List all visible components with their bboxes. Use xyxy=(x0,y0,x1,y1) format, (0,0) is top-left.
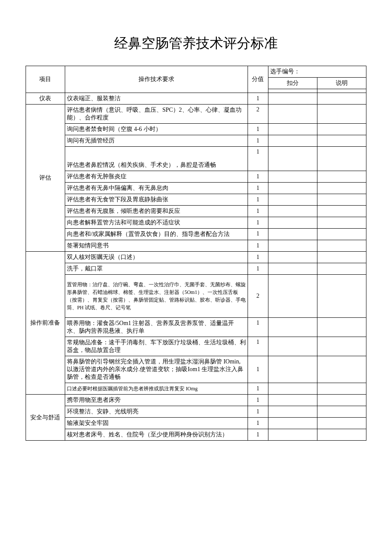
score-cell: 1 xyxy=(248,183,268,194)
note-cell xyxy=(317,240,366,252)
requirement-cell: 评估患者有无食管下段及胃底静脉曲张 xyxy=(65,194,248,206)
deduct-cell xyxy=(268,105,317,124)
score-cell: 1 xyxy=(248,206,268,217)
table-row: 询问患者禁食时间（空腹 4-6 小时） 1 xyxy=(26,124,366,135)
table-row: 核对患者床号、姓名、住院号（至少使用两种身份识别方法） 1 xyxy=(26,429,366,441)
table-row: 操作前准备 双人核对医嘱无误（口述） 1 xyxy=(26,252,366,263)
deduct-cell xyxy=(268,93,317,105)
table-row: 洗手，戴口罩 1 xyxy=(26,263,366,275)
deduct-cell xyxy=(268,429,317,441)
score-cell: 1 xyxy=(248,252,268,263)
note-cell xyxy=(317,229,366,240)
requirement-cell: 评估患者有无肿胀炎症 xyxy=(65,171,248,183)
requirement-cell: 置管用物：治疗盘、治疗碗、弯盘、一次性治疗巾、无菌手套、无菌纱布、螺旋形鼻肠管、… xyxy=(65,275,248,318)
deduct-cell xyxy=(268,147,317,171)
requirement-cell: 双人核对医嘱无误（口述） xyxy=(65,252,248,263)
score-cell: 1 xyxy=(248,229,268,240)
note-cell xyxy=(317,183,366,194)
score-cell: 1 xyxy=(248,135,268,147)
table-row: 将鼻肠管的引导钢丝完全插入管道，用生理盐水湿润鼻肠管 IOmin,以激活管道内外… xyxy=(26,356,366,383)
note-cell xyxy=(317,318,366,337)
table-row: 环境整洁、安静、光线明亮 1 xyxy=(26,406,366,418)
score-cell: 1 xyxy=(248,171,268,183)
header-score: 分值 xyxy=(248,66,268,93)
requirement-cell: 核对患者床号、姓名、住院号（至少使用两种身份识别方法） xyxy=(65,429,248,441)
score-cell: 1 xyxy=(248,124,268,135)
note-cell xyxy=(317,194,366,206)
note-cell xyxy=(317,252,366,263)
note-cell xyxy=(317,395,366,406)
note-cell xyxy=(317,135,366,147)
requirement-cell: 评估患者有无鼻中隔偏离、有无鼻息肉 xyxy=(65,183,248,194)
deduct-cell xyxy=(268,194,317,206)
requirement-cell: 将鼻肠管的引导钢丝完全插入管道，用生理盐水湿润鼻肠管 IOmin,以激活管道内外… xyxy=(65,356,248,383)
deduct-cell xyxy=(268,275,317,318)
note-cell xyxy=(317,429,366,441)
requirement-cell: 评估患者鼻腔情况（相关疾病、手术史），鼻腔是否通畅 xyxy=(65,147,248,171)
score-cell: 1 xyxy=(248,406,268,418)
header-note: 说明 xyxy=(317,78,366,89)
category-assessment: 评估 xyxy=(26,105,65,252)
requirement-cell: 洗手，戴口罩 xyxy=(65,263,248,275)
table-row: 评估患者有无食管下段及胃底静脉曲张 1 xyxy=(26,194,366,206)
deduct-cell xyxy=(268,124,317,135)
requirement-cell: 询问有无插管经历 xyxy=(65,135,248,147)
blank-cell xyxy=(268,89,317,93)
note-cell xyxy=(317,147,366,171)
score-cell: 1 xyxy=(248,356,268,383)
page-title: 经鼻空肠管养技术评分标准 xyxy=(26,34,366,53)
contestant-number-label: 选手编号： xyxy=(268,66,366,78)
note-cell xyxy=(317,124,366,135)
table-row: 询问有无插管经历 1 xyxy=(26,135,366,147)
note-cell xyxy=(317,206,366,217)
note-cell xyxy=(317,105,366,124)
deduct-cell xyxy=(268,217,317,229)
note-cell xyxy=(317,337,366,356)
score-cell: 1 xyxy=(248,318,268,337)
requirement-cell: 喂养用物：灌食器/5Om1 注射器、营养泵及营养泵管、适量温开水、肠内营养混悬液… xyxy=(65,318,248,337)
table-row: 仪表 仪表端正、服装整洁 1 xyxy=(26,93,366,105)
table-row: 评估 评估患者病情（意识、呼吸、血压、SPC）2、心率、心律、凝血功能）、合作程… xyxy=(26,105,366,124)
score-cell: 2 xyxy=(248,275,268,318)
requirement-cell: 评估患者有无腹胀，倾听患者的需要和反应 xyxy=(65,206,248,217)
deduct-cell xyxy=(268,183,317,194)
category-preparation: 操作前准备 xyxy=(26,252,65,395)
note-cell xyxy=(317,263,366,275)
score-cell: 2 xyxy=(248,105,268,124)
table-row: 评估患者有无腹胀，倾听患者的需要和反应 1 xyxy=(26,206,366,217)
category-appearance: 仪表 xyxy=(26,93,65,105)
note-cell xyxy=(317,406,366,418)
score-cell: 1 xyxy=(248,147,268,171)
note-cell xyxy=(317,93,366,105)
table-row: 向患者和/或家属解释（置管及饮食）目的、指导患者配合方法 1 xyxy=(26,229,366,240)
requirement-cell: 携带用物至患者床旁 xyxy=(65,395,248,406)
score-cell: 1 xyxy=(248,263,268,275)
score-cell: 1 xyxy=(248,194,268,206)
header-project: 项目 xyxy=(26,66,65,93)
table-row: 评估患者鼻腔情况（相关疾病、手术史），鼻腔是否通畅 1 xyxy=(26,147,366,171)
score-cell: 1 xyxy=(248,240,268,252)
deduct-cell xyxy=(268,263,317,275)
requirement-cell: 口述必要时根据医嘱插管前为患者辨推或肌注胃复安 IOmg xyxy=(65,383,248,395)
deduct-cell xyxy=(268,252,317,263)
category-safety-comfort: 安全与舒适 xyxy=(26,395,65,441)
note-cell xyxy=(317,356,366,383)
requirement-cell: 评估患者病情（意识、呼吸、血压、SPC）2、心率、心律、凝血功能）、合作程度 xyxy=(65,105,248,124)
requirement-cell: 向患者和/或家属解释（置管及饮食）目的、指导患者配合方法 xyxy=(65,229,248,240)
deduct-cell xyxy=(268,337,317,356)
score-cell: 1 xyxy=(248,429,268,441)
score-cell: 1 xyxy=(248,217,268,229)
requirement-cell: 环境整洁、安静、光线明亮 xyxy=(65,406,248,418)
blank-cell xyxy=(317,89,366,93)
score-cell: 1 xyxy=(248,383,268,395)
header-deduct: 扣分 xyxy=(268,78,317,89)
note-cell xyxy=(317,418,366,429)
table-row: 常规物品准备：速干手消毒剂、车下放医疗垃圾桶、生活垃圾桶、利器盒，物品放置合理 … xyxy=(26,337,366,356)
score-cell: 1 xyxy=(248,337,268,356)
requirement-cell: 输液架安全牢固 xyxy=(65,418,248,429)
note-cell xyxy=(317,217,366,229)
deduct-cell xyxy=(268,171,317,183)
table-row: 口述必要时根据医嘱插管前为患者辨推或肌注胃复安 IOmg 1 xyxy=(26,383,366,395)
scoring-table: 项目 操作技术要求 分值 选手编号： 扣分 说明 仪表 仪表端正、服装整洁 1 … xyxy=(26,66,366,441)
score-cell: 1 xyxy=(248,418,268,429)
